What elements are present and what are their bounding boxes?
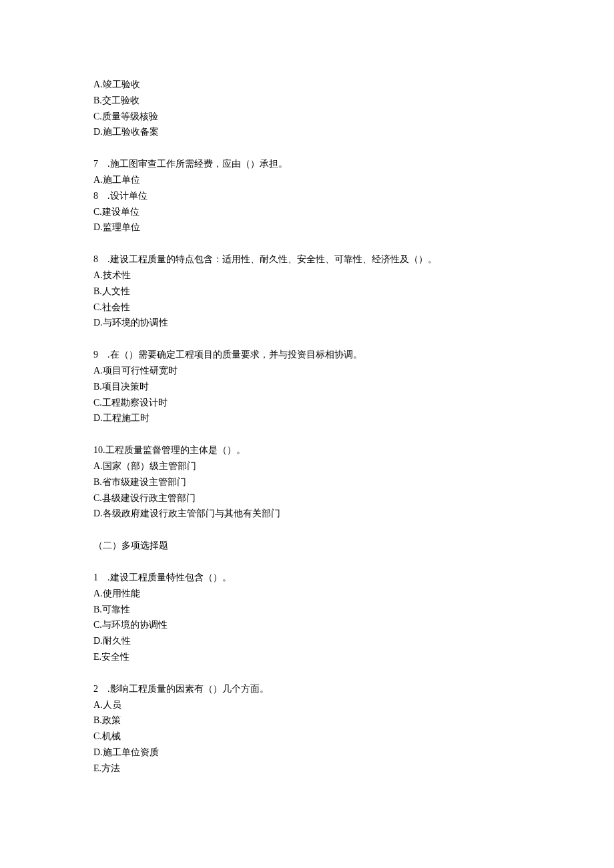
question-block: 7 .施工图审查工作所需经费，应由（）承担。 A.施工单位 8 .设计单位 C.… (93, 156, 521, 236)
option-text: A.国家（部）级主管部门 (93, 458, 521, 474)
option-text: D.监理单位 (93, 220, 521, 236)
question-text: 9 .在（）需要确定工程项目的质量要求，并与投资目标相协调。 (93, 347, 521, 363)
option-text: D.各级政府建设行政主管部门与其他有关部门 (93, 506, 521, 522)
option-text: A.项目可行性研宽时 (93, 363, 521, 379)
option-text: B.政策 (93, 713, 521, 729)
option-text: C.县级建设行政主管部门 (93, 490, 521, 506)
option-text: B.省市级建设主管部门 (93, 474, 521, 490)
option-text: C.社会性 (93, 300, 521, 316)
section-heading-block: （二）多项选择题 (93, 538, 521, 554)
question-block: 10.工程质量监督管理的主体是（）。 A.国家（部）级主管部门 B.省市级建设主… (93, 442, 521, 522)
question-block: 8 .建设工程质量的特点包含：适用性、耐久性、安全性、可靠性、经济性及（）。 A… (93, 252, 521, 331)
question-text: 10.工程质量监督管理的主体是（）。 (93, 442, 521, 458)
option-text: B.项目决策时 (93, 379, 521, 395)
question-block: A.竣工验收 B.交工验收 C.质量等级核验 D.施工验收备案 (93, 77, 521, 140)
option-text: A.使用性能 (93, 586, 521, 602)
question-block: 1 .建设工程质量特性包含（）。 A.使用性能 B.可靠性 C.与环境的协调性 … (93, 570, 521, 665)
option-text: D.与环境的协调性 (93, 315, 521, 331)
question-block: 9 .在（）需要确定工程项目的质量要求，并与投资目标相协调。 A.项目可行性研宽… (93, 347, 521, 426)
option-text: D.施工验收备案 (93, 124, 521, 140)
question-block: 2 .影响工程质量的因素有（）几个方面。 A.人员 B.政策 C.机械 D.施工… (93, 681, 521, 777)
option-text: A.技术性 (93, 268, 521, 284)
question-text: 7 .施工图审查工作所需经费，应由（）承担。 (93, 156, 521, 172)
option-text: C.质量等级核验 (93, 109, 521, 125)
document-page: A.竣工验收 B.交工验收 C.质量等级核验 D.施工验收备案 7 .施工图审查… (0, 0, 614, 868)
option-text: A.人员 (93, 697, 521, 713)
option-text: E.方法 (93, 761, 521, 777)
question-text: 8 .建设工程质量的特点包含：适用性、耐久性、安全性、可靠性、经济性及（）。 (93, 252, 521, 268)
option-text: D.施工单位资质 (93, 745, 521, 761)
option-text: D.耐久性 (93, 633, 521, 649)
option-text: B.可靠性 (93, 602, 521, 618)
option-text: E.安全性 (93, 649, 521, 665)
option-text: C.机械 (93, 729, 521, 745)
option-text: C.工程勘察设计时 (93, 395, 521, 411)
option-text: B.人文性 (93, 284, 521, 300)
option-text: D.工程施工时 (93, 410, 521, 426)
option-text: C.与环境的协调性 (93, 617, 521, 633)
option-text: C.建设单位 (93, 204, 521, 220)
question-text: 1 .建设工程质量特性包含（）。 (93, 570, 521, 586)
option-text: A.施工单位 (93, 172, 521, 188)
option-text: 8 .设计单位 (93, 188, 521, 204)
question-text: 2 .影响工程质量的因素有（）几个方面。 (93, 681, 521, 697)
section-heading: （二）多项选择题 (93, 538, 521, 554)
option-text: A.竣工验收 (93, 77, 521, 93)
option-text: B.交工验收 (93, 93, 521, 109)
